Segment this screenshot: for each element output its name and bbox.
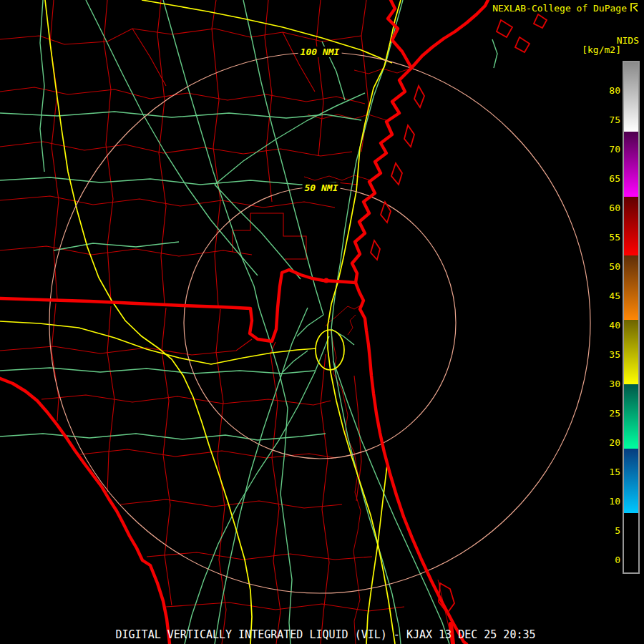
- radar-viewer: NEXLAB-College of DuPage NIDS [kg/m2] 10…: [0, 0, 644, 644]
- colorbar: [623, 61, 640, 574]
- colorbar-segment: [624, 62, 638, 132]
- colorbar-segment: [624, 384, 638, 449]
- radar-map: [0, 0, 644, 644]
- colorbar-segment: [624, 255, 638, 320]
- scale-units-label: [kg/m2]: [582, 44, 621, 55]
- city-marker-dot: [323, 278, 328, 283]
- colorbar-segment: [624, 320, 638, 384]
- source-credit: NEXLAB-College of DuPage: [492, 3, 627, 14]
- colorbar-segment: [624, 132, 638, 196]
- colorbar-segment: [624, 197, 638, 255]
- range-ring-label-50nmi: 50 NMI: [303, 182, 341, 193]
- cod-logo-icon: [629, 2, 640, 13]
- map-background: [0, 0, 644, 644]
- range-ring-label-100nmi: 100 NMI: [298, 47, 342, 57]
- colorbar-segment: [624, 449, 638, 513]
- colorbar-segment: [624, 513, 638, 572]
- product-title: DIGITAL VERTICALLY INTEGRATED LIQUID (VI…: [116, 628, 536, 641]
